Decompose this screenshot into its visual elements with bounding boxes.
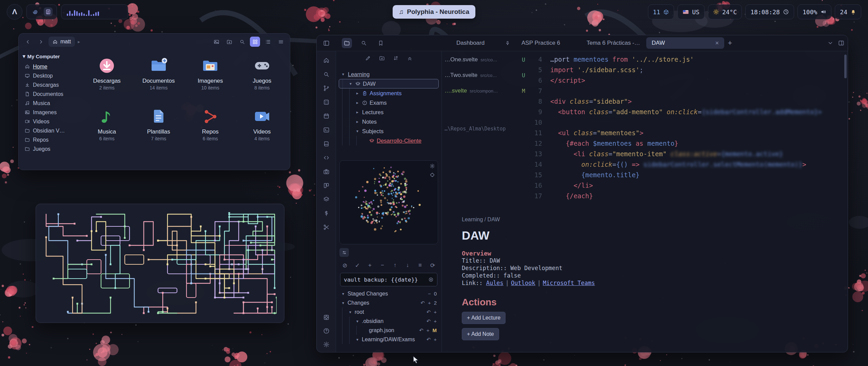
editor-pane[interactable]: …One.sveltesrc/co…U…Two.sveltesrc/co…U….…	[442, 51, 848, 352]
tree-item-desarrollo-cliente[interactable]: ▸Desarrollo-Cliente	[339, 136, 439, 145]
chevron-right-icon[interactable]: ▸	[356, 110, 362, 115]
new-folder-icon[interactable]	[379, 55, 385, 61]
git-row-graph-json[interactable]: ▾graph.json↶+M	[339, 326, 439, 335]
menu-icon[interactable]	[276, 37, 286, 47]
push-icon[interactable]: ↑	[392, 262, 398, 269]
tree-item-learning[interactable]: ▾Learning	[339, 69, 439, 79]
search-tab-icon[interactable]	[359, 38, 369, 48]
back-button[interactable]	[23, 37, 33, 47]
chevron-down-icon[interactable]: ▾	[356, 337, 362, 342]
git-action-icon[interactable]: +	[427, 327, 430, 333]
git-row-staged-changes[interactable]: ▾Staged Changes−0	[339, 289, 439, 298]
sidebar-item-imagenes[interactable]: Imagenes	[22, 108, 76, 117]
scrollbar-thumb[interactable]	[844, 55, 847, 78]
tree-item-daw[interactable]: ▾DAW	[339, 79, 439, 88]
tab-dashboard[interactable]: Dashboard	[451, 37, 515, 49]
tree-item-exams[interactable]: ▸Exams	[339, 98, 439, 107]
grid-view-icon[interactable]	[250, 37, 260, 47]
folder-descargas[interactable]: Descargas2 items	[84, 55, 130, 106]
sidebar-item-home[interactable]: Home	[22, 62, 76, 71]
notifications-module[interactable]: 24	[835, 4, 861, 19]
terminal-icon[interactable]	[321, 125, 332, 134]
breadcrumb[interactable]: matt	[48, 37, 75, 47]
folder-documentos[interactable]: Documentos14 items	[136, 55, 182, 106]
chevron-down-icon[interactable]: ▾	[342, 301, 348, 305]
updates-module[interactable]: 11	[648, 4, 674, 19]
folder-musica[interactable]: Musica6 items	[84, 106, 130, 157]
git-row-obsidian[interactable]: ▾.obsidian↶+	[339, 317, 439, 326]
kanban-icon[interactable]	[321, 181, 332, 190]
change-sort-icon[interactable]	[393, 55, 399, 61]
add-note-button[interactable]: + Add Note	[462, 328, 499, 340]
git-row-changes[interactable]: ▾Changes↶+2	[339, 298, 439, 307]
tree-item-subjects[interactable]: ▾Subjects	[339, 126, 439, 136]
clear-input-icon[interactable]	[428, 277, 434, 282]
discard-icon[interactable]: ⊘	[341, 262, 348, 269]
tree-item-lectures[interactable]: ▸Lectures	[339, 107, 439, 117]
folder-repos[interactable]: Repos6 items	[187, 106, 233, 157]
panel-toggle-icon[interactable]	[339, 248, 349, 257]
home-icon[interactable]	[321, 56, 332, 65]
launcher-button[interactable]: Λ	[7, 4, 22, 20]
files-tab-icon[interactable]	[342, 38, 352, 48]
new-note-icon[interactable]	[365, 55, 371, 61]
keyboard-layout-module[interactable]: US	[677, 4, 705, 19]
git-action-icon[interactable]: +	[434, 337, 437, 342]
tree-item-assignments[interactable]: ▸Assignments	[339, 88, 439, 98]
sidebar-item-documentos[interactable]: Documentos	[22, 89, 76, 99]
dice-icon[interactable]	[321, 98, 332, 106]
new-tab-button[interactable]: +	[725, 38, 735, 48]
pin-icon[interactable]	[505, 41, 510, 45]
stage-all-icon[interactable]: +	[367, 262, 373, 269]
git-row-learning-daw-exams[interactable]: ▾Learning/DAW/Exams↶+	[339, 335, 439, 344]
sidebar-item-juegos[interactable]: Juegos	[22, 144, 76, 154]
link-aules[interactable]: Aules	[486, 280, 504, 286]
refresh-icon[interactable]: ⟳	[429, 262, 436, 269]
chevron-down-icon[interactable]: ▾	[342, 291, 348, 296]
link-microsoft-teams[interactable]: Microsoft Teams	[543, 280, 595, 286]
search-icon[interactable]	[237, 37, 247, 47]
media-widget[interactable]: ♫ Polyphia - Neurotica	[393, 5, 475, 19]
vault-switcher-icon[interactable]	[321, 313, 332, 322]
git-action-icon[interactable]: −	[428, 291, 431, 297]
camera-icon[interactable]	[321, 167, 332, 176]
chevron-right-icon[interactable]: ▸	[356, 100, 362, 105]
chevron-right-icon[interactable]: ▸	[356, 119, 362, 124]
git-action-icon[interactable]: +	[428, 300, 431, 306]
commit-message-input[interactable]: vault backup: {{date}}	[340, 273, 437, 286]
folder-imagenes[interactable]: Imagenes10 items	[187, 55, 233, 106]
git-action-icon[interactable]: +	[434, 309, 437, 315]
tree-item-notes[interactable]: ▸Notes	[339, 117, 439, 126]
sidebar-item-videos[interactable]: Videos	[22, 117, 76, 126]
currency-icon[interactable]	[321, 209, 332, 218]
folder-juegos[interactable]: Juegos8 items	[239, 55, 285, 106]
new-folder-icon[interactable]	[224, 37, 234, 47]
calendar-icon[interactable]	[321, 111, 332, 120]
pull-icon[interactable]: ↓	[404, 262, 411, 269]
note-breadcrumb[interactable]: Learning / DAW	[462, 217, 827, 223]
git-action-icon[interactable]: ↶	[427, 318, 431, 324]
tab-tema-6-practicas[interactable]: Tema 6 Prácticas -…	[581, 37, 646, 49]
sidebar-item-descargas[interactable]: Descargas	[22, 80, 76, 89]
notes-icon[interactable]	[44, 7, 53, 16]
sidebar-item-repos[interactable]: Repos	[22, 135, 76, 144]
sidebar-item-desktop[interactable]: Desktop	[22, 71, 76, 80]
help-icon[interactable]	[321, 326, 332, 335]
bookmarks-tab-icon[interactable]	[376, 38, 386, 48]
sidebar-section-header[interactable]: ▾ My Computer	[23, 53, 75, 59]
chevron-down-icon[interactable]: ▾	[356, 319, 362, 324]
list-view-icon[interactable]	[263, 37, 273, 47]
volume-module[interactable]: 100%	[797, 4, 831, 19]
clock-module[interactable]: 18:08:28	[745, 4, 794, 19]
graph-focus-icon[interactable]	[430, 172, 435, 178]
chevron-right-icon[interactable]: ▸	[356, 91, 362, 96]
layers-icon[interactable]	[321, 195, 332, 204]
scissors-icon[interactable]	[321, 223, 332, 231]
chevron-down-icon[interactable]: ▾	[342, 72, 348, 77]
git-row-root[interactable]: ▾root↶+	[339, 307, 439, 317]
chevron-down-icon[interactable]: ▾	[349, 310, 355, 314]
commit-icon[interactable]: ✓	[354, 262, 361, 269]
weather-module[interactable]: 24°C	[708, 4, 742, 19]
settings-icon[interactable]	[321, 340, 332, 349]
unstage-all-icon[interactable]: −	[379, 262, 386, 269]
